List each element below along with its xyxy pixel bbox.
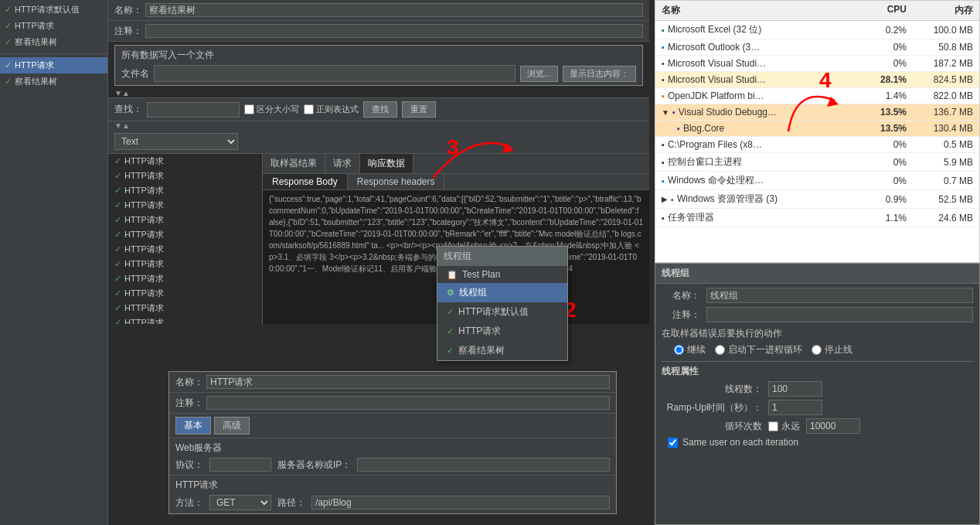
cm-item-thread-group[interactable]: ⚙ 线程组 bbox=[437, 283, 567, 302]
list-item[interactable]: ✓HTTP请求 bbox=[108, 271, 262, 286]
list-item[interactable]: ✓HTTP请求 bbox=[108, 242, 262, 257]
table-row[interactable]: ▼ ▪ Visual Studio Debugg… 13.5% 136.7 MB bbox=[655, 104, 979, 121]
cm-item-http-default[interactable]: ✓ HTTP请求默认值 bbox=[437, 302, 567, 322]
regex-checkbox[interactable] bbox=[304, 104, 314, 114]
table-row[interactable]: ▪ Microsoft Excel (32 位) 0.2% 100.0 MB bbox=[655, 21, 979, 39]
task-name: ▪ C:\Program Files (x8… bbox=[655, 137, 848, 152]
result-tree-icon: ✓ bbox=[447, 346, 454, 356]
taskmgr-icon: ▪ bbox=[662, 213, 665, 223]
name-row: 名称： bbox=[108, 0, 649, 21]
action-continue[interactable]: 继续 bbox=[674, 343, 706, 356]
table-row[interactable]: ▪ 任务管理器 1.1% 24.6 MB bbox=[655, 209, 979, 227]
http-name-label: 名称： bbox=[175, 376, 203, 389]
regex-label[interactable]: 正则表达式 bbox=[304, 104, 359, 115]
tab-advanced-button[interactable]: 高级 bbox=[214, 417, 250, 435]
task-name: ▪ 控制台窗口主进程 bbox=[655, 153, 848, 171]
cm-item-http-request[interactable]: ✓ HTTP请求 bbox=[437, 322, 567, 341]
cmd-icon-2: ▪ bbox=[662, 158, 665, 167]
http-comment-input[interactable] bbox=[206, 396, 610, 410]
expand-arrow-2[interactable]: ▶ bbox=[662, 195, 668, 203]
reset-button[interactable]: 重置 bbox=[402, 101, 436, 118]
task-name: ▪ Microsoft Visual Studi… bbox=[655, 56, 848, 71]
http-comment-row: 注释： bbox=[169, 393, 616, 414]
outlook-icon: ▪ bbox=[662, 43, 665, 52]
text-select[interactable]: Text JSON XML HTML bbox=[114, 133, 238, 150]
case-sensitive-label[interactable]: 区分大小写 bbox=[244, 104, 299, 115]
task-mem: 100.0 MB bbox=[910, 22, 979, 38]
forever-checkbox-label[interactable]: 永远 bbox=[768, 420, 800, 433]
list-item[interactable]: ✓HTTP请求 bbox=[108, 169, 262, 183]
filename-input[interactable] bbox=[154, 65, 516, 82]
list-item[interactable]: ✓HTTP请求 bbox=[108, 315, 262, 324]
sidebar-item-result-tree-2[interactable]: ✓ 察看结果树 bbox=[0, 73, 107, 90]
sub-tab-headers[interactable]: Response headers bbox=[348, 174, 445, 189]
case-sensitive-checkbox[interactable] bbox=[244, 104, 254, 114]
list-item[interactable]: ✓HTTP请求 bbox=[108, 227, 262, 242]
tab-response-data[interactable]: 响应数据 bbox=[360, 154, 413, 173]
table-row[interactable]: ▪ Blog.Core 13.5% 130.4 MB bbox=[655, 121, 979, 137]
server-input[interactable] bbox=[357, 458, 610, 472]
method-select[interactable]: GET POST PUT DELETE bbox=[209, 495, 271, 510]
loop-count-input[interactable] bbox=[806, 418, 860, 434]
cm-item-testplan[interactable]: 📋 Test Plan bbox=[437, 266, 567, 283]
comment-input[interactable] bbox=[145, 24, 643, 38]
table-row[interactable]: ▪ OpenJDK Platform bi… 1.4% 822.0 MB bbox=[655, 88, 979, 104]
results-area: ✓HTTP请求 ✓HTTP请求 ✓HTTP请求 ✓HTTP请求 ✓HTTP请求 … bbox=[108, 154, 649, 324]
name-input[interactable] bbox=[145, 3, 643, 17]
tab-basic-button[interactable]: 基本 bbox=[175, 417, 211, 435]
http-request-section: HTTP请求 方法： GET POST PUT DELETE 路径： bbox=[169, 476, 616, 513]
action-next-loop[interactable]: 启动下一进程循环 bbox=[715, 343, 802, 356]
list-item[interactable]: ✓HTTP请求 bbox=[108, 286, 262, 301]
action-stop[interactable]: 停止线 bbox=[812, 343, 852, 356]
table-row[interactable]: ▶ ▪ Windows 资源管理器 (3) 0.9% 52.5 MB bbox=[655, 190, 979, 209]
table-row[interactable]: ▪ Microsoft Visual Studi… 28.1% 824.5 MB bbox=[655, 72, 979, 88]
table-row[interactable]: ▪ Microsoft Outlook (3… 0% 50.8 MB bbox=[655, 39, 979, 56]
ramp-up-input[interactable] bbox=[768, 400, 822, 415]
http-name-input[interactable] bbox=[206, 375, 610, 389]
tab-sampler-result[interactable]: 取样器结果 bbox=[263, 154, 325, 173]
table-row[interactable]: ▪ Microsoft Visual Studi… 0% 187.2 MB bbox=[655, 56, 979, 72]
task-manager-panel: 名称 CPU 内存 ▪ Microsoft Excel (32 位) 0.2% … bbox=[655, 0, 980, 263]
list-item[interactable]: ✓HTTP请求 bbox=[108, 154, 262, 169]
sidebar-item-http-default[interactable]: ✓ HTTP请求默认值 bbox=[0, 2, 107, 18]
table-row[interactable]: ▪ C:\Program Files (x8… 0% 0.5 MB bbox=[655, 137, 979, 153]
thread-count-input[interactable] bbox=[768, 381, 822, 397]
list-item[interactable]: ✓HTTP请求 bbox=[108, 213, 262, 227]
table-row[interactable]: ▪ Windows 命令处理程… 0% 0.7 MB bbox=[655, 172, 979, 190]
task-manager-header: 名称 CPU 内存 bbox=[655, 1, 979, 21]
protocol-input[interactable] bbox=[209, 458, 271, 472]
thread-count-label: 线程数： bbox=[662, 383, 762, 396]
task-name: ▪ Microsoft Outlook (3… bbox=[655, 39, 848, 55]
show-log-button[interactable]: 显示日志内容： bbox=[563, 66, 636, 82]
task-cpu: 13.5% bbox=[848, 121, 910, 136]
task-mem: 0.5 MB bbox=[910, 137, 979, 152]
path-input[interactable] bbox=[311, 496, 610, 510]
tab-request[interactable]: 请求 bbox=[325, 154, 360, 173]
expand-arrow[interactable]: ▼ bbox=[662, 108, 669, 117]
cm-item-result-tree[interactable]: ✓ 察看结果树 bbox=[437, 341, 567, 360]
same-user-checkbox[interactable] bbox=[668, 438, 678, 448]
divider-arrow-2[interactable]: ▼▲ bbox=[114, 121, 130, 130]
search-button[interactable]: 查找 bbox=[363, 101, 397, 118]
list-item[interactable]: ✓HTTP请求 bbox=[108, 183, 262, 198]
sidebar-item-result-tree-1[interactable]: ✓ 察看结果树 bbox=[0, 34, 107, 50]
http-default-icon: ✓ bbox=[447, 307, 454, 317]
table-row[interactable]: ▪ 控制台窗口主进程 0% 5.9 MB bbox=[655, 153, 979, 172]
sidebar-item-http-request-1[interactable]: ✓ HTTP请求 bbox=[0, 18, 107, 34]
comment-label: 注释： bbox=[114, 25, 142, 38]
thread-group-title: 线程组 bbox=[655, 264, 979, 284]
task-mem: 50.8 MB bbox=[910, 39, 979, 55]
divider-arrow-1[interactable]: ▼▲ bbox=[114, 89, 130, 97]
list-item[interactable]: ✓HTTP请求 bbox=[108, 301, 262, 315]
list-item[interactable]: ✓HTTP请求 bbox=[108, 257, 262, 271]
tg-comment-input[interactable] bbox=[706, 307, 973, 322]
tg-name-input[interactable] bbox=[706, 288, 973, 303]
task-cpu: 13.5% bbox=[848, 104, 910, 120]
forever-checkbox[interactable] bbox=[768, 421, 778, 431]
browse-button[interactable]: 浏览... bbox=[520, 66, 558, 82]
sub-tab-body[interactable]: Response Body bbox=[263, 174, 348, 189]
sidebar-item-http-request-active[interactable]: ✓ HTTP请求 bbox=[0, 57, 107, 73]
search-input[interactable] bbox=[147, 102, 240, 118]
task-mem: 187.2 MB bbox=[910, 56, 979, 71]
list-item[interactable]: ✓HTTP请求 bbox=[108, 198, 262, 213]
